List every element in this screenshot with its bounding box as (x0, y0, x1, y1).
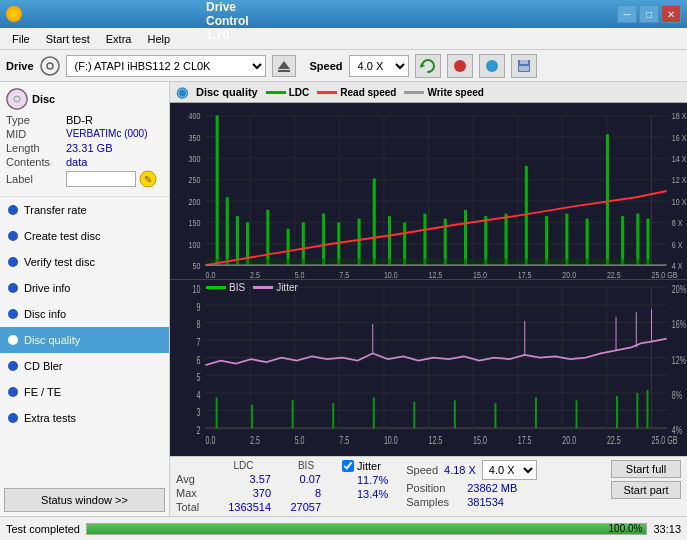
svg-rect-135 (292, 400, 294, 428)
svg-text:6 X: 6 X (672, 240, 683, 250)
svg-point-1 (47, 63, 53, 69)
speed-select[interactable]: 4.0 X (349, 55, 409, 77)
jitter-col: Jitter 11.7% 13.4% (342, 460, 388, 513)
color-button[interactable] (447, 54, 473, 78)
total-label: Total (176, 501, 211, 513)
minimize-button[interactable]: ─ (617, 5, 637, 23)
nav-label: Transfer rate (24, 204, 87, 216)
drive-icon (40, 56, 60, 76)
total-bis: 27057 (281, 501, 321, 513)
svg-rect-65 (266, 210, 269, 265)
menu-help[interactable]: Help (139, 31, 178, 47)
bis-col-header: BIS (286, 460, 326, 471)
svg-point-0 (41, 57, 59, 75)
maximize-button[interactable]: □ (639, 5, 659, 23)
svg-rect-86 (646, 219, 649, 266)
contents-label: Contents (6, 156, 66, 168)
svg-rect-84 (621, 216, 624, 265)
svg-text:2.5: 2.5 (250, 435, 260, 447)
eject-button[interactable] (272, 55, 296, 77)
svg-text:5: 5 (196, 372, 200, 384)
svg-rect-83 (606, 134, 609, 265)
avg-bis: 0.07 (281, 473, 321, 485)
nav-verify-test-disc[interactable]: Verify test disc (0, 249, 169, 275)
legend-color-bis (206, 286, 226, 289)
max-jitter: 13.4% (342, 488, 388, 500)
nav-dot (8, 257, 18, 267)
menu-starttest[interactable]: Start test (38, 31, 98, 47)
chart-icon: ◉ (176, 84, 188, 100)
nav-label: Extra tests (24, 412, 76, 424)
nav-drive-info[interactable]: Drive info (0, 275, 169, 301)
nav-disc-info[interactable]: Disc info (0, 301, 169, 327)
svg-text:400: 400 (189, 112, 201, 122)
drive-select[interactable]: (F:) ATAPI iHBS112 2 CL0K (66, 55, 266, 77)
legend-label-jitter: Jitter (276, 282, 298, 293)
legend-ldc: LDC (266, 87, 310, 98)
nav-create-test-disc[interactable]: Create test disc (0, 223, 169, 249)
menu-file[interactable]: File (4, 31, 38, 47)
app-icon (6, 6, 22, 22)
svg-rect-63 (236, 216, 239, 265)
start-part-button[interactable]: Start part (611, 481, 681, 499)
samples-value: 381534 (467, 496, 504, 508)
legend-label-read: Read speed (340, 87, 396, 98)
legend-color-ldc (266, 91, 286, 94)
stats-labels-col: LDC BIS Avg 3.57 0.07 Max 370 8 Total 13… (176, 460, 326, 513)
status-window-button[interactable]: Status window >> (4, 488, 165, 512)
svg-text:0.0: 0.0 (205, 270, 215, 279)
length-label: Length (6, 142, 66, 154)
mid-label: MID (6, 128, 66, 140)
nav-transfer-rate[interactable]: Transfer rate (0, 197, 169, 223)
close-button[interactable]: ✕ (661, 5, 681, 23)
samples-label: Samples (406, 496, 461, 508)
chart-header: ◉ Disc quality LDC Read speed Write spee… (170, 82, 687, 103)
drive-label: Drive (6, 60, 34, 72)
svg-text:7.5: 7.5 (339, 270, 349, 279)
svg-rect-138 (413, 402, 415, 428)
window-controls: ─ □ ✕ (617, 5, 681, 23)
svg-text:12%: 12% (672, 354, 686, 366)
svg-text:5.0: 5.0 (295, 270, 305, 279)
start-full-button[interactable]: Start full (611, 460, 681, 478)
nav-cd-bler[interactable]: CD Bler (0, 353, 169, 379)
nav-disc-quality[interactable]: Disc quality (0, 327, 169, 353)
start-buttons: Start full Start part (611, 460, 681, 513)
jitter-checkbox[interactable] (342, 460, 354, 472)
nav-fe-te[interactable]: FE / TE (0, 379, 169, 405)
svg-rect-9 (519, 66, 529, 71)
nav-dot (8, 387, 18, 397)
svg-text:8%: 8% (672, 389, 682, 401)
nav-label: Disc info (24, 308, 66, 320)
charts-area: 400 350 300 250 200 150 100 50 18 X 16 X… (170, 103, 687, 456)
svg-rect-141 (535, 397, 537, 428)
menu-extra[interactable]: Extra (98, 31, 140, 47)
speed-stats-select[interactable]: 4.0 X (482, 460, 537, 480)
nav-dot (8, 283, 18, 293)
svg-text:20%: 20% (672, 284, 686, 296)
speed-label: Speed (310, 60, 343, 72)
save-button[interactable] (511, 54, 537, 78)
ldc-col-header: LDC (216, 460, 271, 471)
sidebar: Disc Type BD-R MID VERBATIMc (000) Lengt… (0, 82, 170, 516)
upper-chart: 400 350 300 250 200 150 100 50 18 X 16 X… (170, 103, 687, 280)
svg-rect-3 (278, 70, 290, 72)
nav-extra-tests[interactable]: Extra tests (0, 405, 169, 431)
svg-point-5 (454, 60, 466, 72)
time-text: 33:13 (653, 523, 681, 535)
svg-text:3: 3 (196, 407, 200, 419)
nav-label: Create test disc (24, 230, 100, 242)
nav-dot (8, 309, 18, 319)
settings-button[interactable] (479, 54, 505, 78)
svg-text:7.5: 7.5 (339, 435, 349, 447)
disc-header: Disc (32, 93, 55, 105)
nav-dot (8, 205, 18, 215)
label-icon-button[interactable]: ✎ (139, 170, 157, 188)
svg-text:8: 8 (196, 319, 200, 331)
refresh-button[interactable] (415, 54, 441, 78)
disc-label-input[interactable] (66, 171, 136, 187)
legend-color-jitter (253, 286, 273, 289)
svg-point-6 (486, 60, 498, 72)
svg-rect-80 (545, 216, 548, 265)
svg-rect-78 (505, 214, 508, 266)
